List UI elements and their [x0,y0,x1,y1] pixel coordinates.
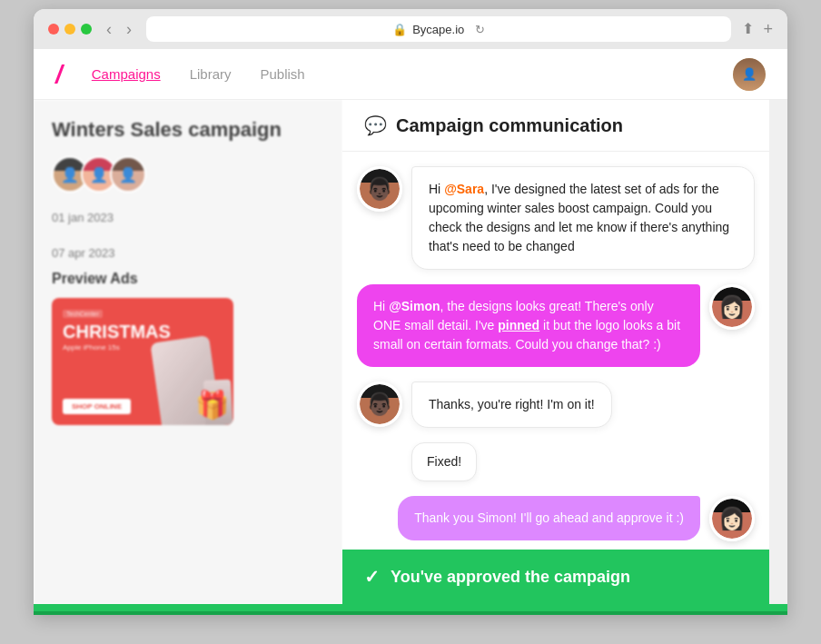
green-strip [34,604,787,611]
ad-shop-button[interactable]: SHOP ONLINE [63,399,131,414]
dot-green[interactable] [81,24,92,35]
scroll-sidebar[interactable] [769,100,787,604]
ad-brand: TechCenter [63,309,223,318]
browser-nav: ‹ › [103,18,135,41]
browser-titlebar: ‹ › 🔒 Bycape.io ↻ ⬆ + [34,9,787,49]
date-label-2: 07 apr 2023 [52,246,324,260]
lock-icon: 🔒 [392,23,407,36]
chat-header: 💬 Campaign communication [342,100,769,152]
chat-title: Campaign communication [396,115,623,136]
message-fixed-row: Fixed! [357,442,755,481]
team-avatar-3: 👤 [110,156,146,193]
forward-button[interactable]: › [123,18,135,41]
new-tab-icon[interactable]: + [763,20,773,39]
message-bubble-3: Thanks, you're right! I'm on it! [411,381,612,428]
address-bar[interactable]: 🔒 Bycape.io ↻ [146,16,731,42]
app-logo: / [55,62,63,87]
url-display: Bycape.io [412,23,464,36]
avatar-simon-1: 👨🏿 [357,166,402,212]
message-row: 👩🏻 Hi @Simon, the designs looks great! T… [357,284,755,367]
chat-messages[interactable]: 👨🏿 Hi @Sara, I've designed the latest se… [342,152,769,604]
pinned-link[interactable]: pinned [498,318,539,332]
check-icon: ✓ [364,566,380,588]
user-avatar-nav[interactable]: 👤 [733,58,766,91]
preview-ads-label: Preview Ads [52,271,324,287]
app-nav: / Campaigns Library Publish 👤 [34,49,787,100]
nav-campaigns[interactable]: Campaigns [92,66,161,82]
browser-actions: ⬆ + [742,20,773,39]
right-panel: 💬 Campaign communication 👨🏿 [342,100,769,604]
mention-sara: @Sara [444,182,484,196]
message-bubble-5: Thank you Simon! I'll go ahead and appro… [398,496,700,540]
avatar-simon-2: 👨🏿 [357,381,402,427]
avatar-sara-2: 👩🏻 [709,496,755,541]
dot-red[interactable] [48,24,59,35]
share-icon[interactable]: ⬆ [742,20,754,39]
message-bubble-1: Hi @Sara, I've designed the latest set o… [411,166,755,270]
nav-library[interactable]: Library [190,66,232,82]
main-layout: Winters Sales campaign 👤 👤 👤 01 jan 2023… [34,100,787,604]
chat-icon: 💬 [364,114,387,136]
message-row: 👨🏿 Hi @Sara, I've designed the latest se… [357,166,755,270]
approval-banner: ✓ You've approved the campaign [342,550,769,604]
browser-dots [48,24,92,35]
back-button[interactable]: ‹ [103,18,115,41]
avatar-sara-1: 👩🏻 [709,284,755,330]
date-label-1: 01 jan 2023 [52,211,324,224]
refresh-icon[interactable]: ↻ [475,23,485,36]
mention-simon-1: @Simon [389,299,440,313]
message-bubble-4: Fixed! [411,442,477,481]
green-strip-2 [34,611,787,615]
message-row: 👩🏻 Thank you Simon! I'll go ahead and ap… [357,496,755,541]
left-panel: Winters Sales campaign 👤 👤 👤 01 jan 2023… [34,100,342,604]
campaign-title: Winters Sales campaign [52,118,324,142]
nav-publish[interactable]: Publish [261,66,305,82]
message-row: 👨🏿 Thanks, you're right! I'm on it! [357,381,755,428]
dot-yellow[interactable] [64,24,75,35]
message-bubble-2: Hi @Simon, the designs looks great! Ther… [357,284,700,367]
team-avatars: 👤 👤 👤 [52,156,324,193]
app-content: / Campaigns Library Publish 👤 Winters Sa… [34,49,787,604]
ad-preview: TechCenter CHRISTMAS Apple iPhone 15s SH… [52,298,233,425]
approval-text: You've approved the campaign [391,568,630,587]
